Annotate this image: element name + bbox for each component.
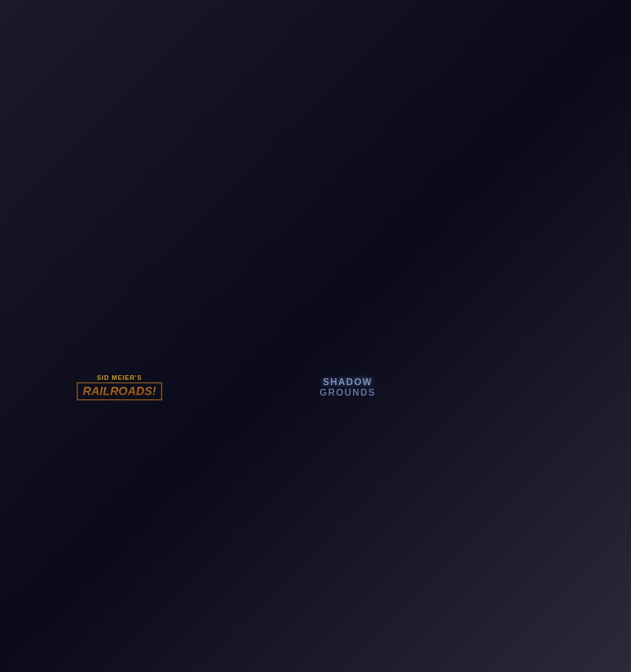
main-container: GET STEAM NOW ! Join Steam for free and …: [0, 29, 631, 672]
left-panel: GET STEAM NOW ! Join Steam for free and …: [6, 35, 461, 672]
shadowgrounds-item[interactable]: SHADOW GROUNDS $19.95: [234, 355, 461, 433]
bottom-featured-grid: SID MEIER'S RAILROADS! $19.95 SHADOW GRO…: [6, 355, 461, 433]
shadowgrounds-image: SHADOW GROUNDS: [234, 355, 461, 420]
